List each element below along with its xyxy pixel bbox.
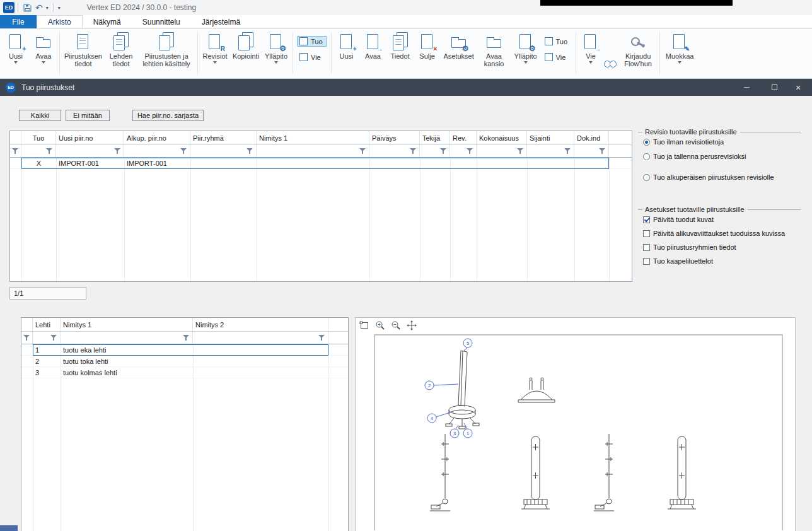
filter-icon[interactable] (359, 148, 366, 155)
ribbon-yllapito-button[interactable]: ⚙ Ylläpito (262, 31, 291, 65)
zoom-in-icon[interactable] (374, 320, 386, 331)
filter-icon[interactable] (12, 148, 19, 155)
search-drawing-series-button[interactable]: Hae piir.no. sarjasta (132, 110, 204, 121)
ribbon-muokkaa-button[interactable]: ✎ Muokkaa (662, 31, 697, 65)
column-header[interactable]: Uusi piir.no (56, 131, 124, 144)
ribbon-avaa-kansio-button[interactable]: Avaa kansio (477, 31, 511, 69)
ribbon-sulje-button[interactable]: × Sulje (414, 31, 441, 61)
filter-icon[interactable] (50, 334, 57, 341)
ribbon-revisiot-button[interactable]: R Revisiot (200, 31, 230, 65)
ribbon-avaa-button[interactable]: Avaa (30, 31, 57, 65)
qat-customize-icon[interactable]: ▾ (57, 5, 62, 11)
ribbon-kirjaudu-flow-button[interactable]: Kirjaudu Flow'hun (618, 31, 658, 69)
column-header[interactable]: Dok.ind (574, 131, 609, 144)
radio-tuo-ilman-revisiotietoja[interactable]: Tuo ilman revisiotietoja (643, 137, 724, 146)
filter-icon[interactable] (180, 148, 187, 155)
list-item[interactable]: 3 tuotu kolmas lehti (21, 367, 348, 378)
filter-icon[interactable] (410, 148, 417, 155)
filter-icon[interactable] (440, 148, 447, 155)
ribbon-tuo-small-button-2[interactable]: Tuo (542, 36, 572, 47)
binoculars-icon[interactable] (603, 58, 617, 69)
filter-icon[interactable] (246, 148, 253, 155)
pan-icon[interactable] (406, 320, 417, 331)
dropdown-arrow-icon (14, 61, 18, 64)
column-header[interactable]: Lehti (33, 318, 61, 331)
filter-icon[interactable] (517, 148, 524, 155)
balloon-4: 4 (431, 416, 433, 421)
ribbon-kopiointi-button[interactable]: Kopiointi (230, 31, 262, 61)
select-all-button[interactable]: Kaikki (19, 110, 61, 121)
drawing-canvas[interactable]: 5 2 4 3 1 (356, 318, 795, 530)
ribbon-uusi2-button[interactable]: + Uusi (334, 31, 360, 61)
import-icon (545, 37, 553, 45)
filter-icon[interactable] (564, 148, 571, 155)
tab-file[interactable]: File (0, 15, 37, 28)
column-header[interactable]: Alkup. piir.no (124, 131, 190, 144)
sheets-table-filter-row (21, 332, 348, 344)
ribbon-kasittely-button[interactable]: Piirustusten ja lehtien käsittely (137, 31, 195, 69)
list-item[interactable]: 2 tuotu toka lehti (21, 356, 348, 367)
filter-icon[interactable] (467, 148, 473, 155)
radio-icon (643, 174, 650, 181)
settings-group-title: Asetukset tuotaville piirustuksille (638, 206, 801, 213)
tab-jarjestelma[interactable]: Järjestelmä (191, 15, 251, 28)
table-row[interactable]: X IMPORT-001 IMPORT-001 (10, 158, 632, 169)
close-document-icon: × (419, 32, 436, 51)
select-none-button[interactable]: Ei mitään (66, 110, 110, 121)
column-header[interactable]: Tekijä (420, 131, 450, 144)
checkbox-tuo-kaapeliluettelot[interactable]: Tuo kaapeliluettelot (643, 257, 713, 266)
undo-icon[interactable]: ↶ (33, 3, 45, 12)
ribbon-asetukset-button[interactable]: ⚙ Asetukset (441, 31, 477, 61)
maximize-button[interactable] (763, 79, 786, 96)
zoom-out-icon[interactable] (390, 320, 402, 331)
tab-suunnittelu[interactable]: Suunnittelu (132, 15, 191, 28)
column-header[interactable]: Rev. (450, 131, 477, 144)
column-header[interactable]: Päiväys (369, 131, 420, 144)
checkbox-tuo-piirustusryhmien-tiedot[interactable]: Tuo piirustusryhmien tiedot (643, 243, 736, 252)
list-item[interactable]: 1 tuotu eka lehti (21, 344, 348, 356)
column-header[interactable]: Nimitys 2 (193, 318, 328, 331)
filter-icon[interactable] (318, 334, 325, 341)
filter-icon[interactable] (114, 148, 121, 155)
tab-nakyma[interactable]: Näkymä (83, 15, 132, 28)
filter-icon[interactable] (183, 334, 190, 341)
close-button[interactable]: × (787, 79, 809, 96)
maintenance-gear-icon: ⚙ (267, 32, 285, 51)
save-icon[interactable] (21, 4, 33, 12)
column-header[interactable]: Tuo (21, 131, 56, 144)
ribbon-piirustuksen-tiedot-button[interactable]: Piirustuksen tiedot (62, 31, 105, 69)
sheet-info-icon (112, 32, 130, 51)
ribbon-vie-small-button-2[interactable]: Vie (542, 52, 572, 62)
filter-icon[interactable] (599, 148, 606, 155)
dialog-titlebar[interactable]: ED Tuo piirustukset × (0, 79, 812, 96)
ribbon-vie-small-button[interactable]: Vie (297, 52, 327, 62)
ribbon-avaa2-button[interactable]: → Avaa (360, 31, 386, 61)
filter-icon[interactable] (46, 148, 53, 155)
ribbon-tuo-small-button[interactable]: Tuo (297, 36, 327, 47)
column-header[interactable]: Sijainti (527, 131, 574, 144)
column-header[interactable]: Kokonaisuus (477, 131, 527, 144)
radio-tuo-alkuperaisen-revisiolle[interactable]: Tuo alkuperäisen piirustuksen revisiolle (643, 173, 774, 182)
select-area-icon[interactable] (359, 320, 370, 331)
checkbox-paivita-alikuvaviittaukset[interactable]: Päivitä alikuvaviittaukset tuoduissa kuv… (643, 229, 785, 238)
checkbox-paivita-tuodut-kuvat[interactable]: Päivitä tuodut kuvat (643, 215, 714, 224)
dropdown-arrow-icon (678, 61, 682, 64)
open-document-icon: → (364, 32, 382, 51)
ribbon-uusi-button[interactable]: + Uusi (2, 31, 30, 65)
ribbon-lehden-tiedot-button[interactable]: Lehden tiedot (105, 31, 137, 69)
column-header[interactable]: Nimitys 1 (61, 318, 193, 331)
minimize-button[interactable] (735, 79, 758, 96)
radio-tuo-ja-tallenna-perusrevisioksi[interactable]: Tuo ja tallenna perusrevisioksi (643, 152, 746, 161)
column-header[interactable]: Piir.ryhmä (190, 131, 257, 144)
group-separator (331, 32, 332, 74)
revision-group-title: Revisio tuotaville piirustuksille (638, 128, 801, 136)
column-header[interactable]: Nimitys 1 (257, 131, 369, 144)
scroll-corner[interactable] (0, 525, 18, 531)
ribbon-yllapito2-button[interactable]: ⚙ Ylläpito (511, 31, 540, 65)
filter-icon[interactable] (23, 334, 30, 341)
ribbon-vie-button[interactable]: → Vie (578, 31, 603, 65)
ribbon-tiedot-button[interactable]: Tiedot (386, 31, 414, 61)
undo-dropdown-icon[interactable]: ▾ (45, 5, 50, 11)
tab-arkisto[interactable]: Arkisto (37, 15, 83, 28)
app-logo[interactable]: ED (3, 2, 14, 13)
